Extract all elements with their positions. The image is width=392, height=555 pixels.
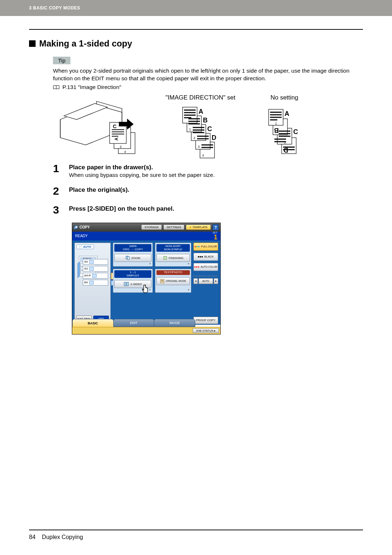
svg-text:D: D — [212, 134, 216, 141]
svg-rect-75 — [127, 257, 130, 260]
duplex-icon — [124, 282, 129, 286]
panel-tabs: BASIC EDIT IMAGE — [72, 319, 195, 327]
auto-color-button[interactable]: AUTO COLOR — [193, 263, 218, 271]
job-status-button[interactable]: JOB STATUS ▸ — [193, 328, 219, 333]
chevron-right-icon: ▸ — [150, 288, 151, 291]
svg-text:B: B — [203, 117, 208, 124]
label-no-setting: No setting — [270, 94, 298, 101]
svg-rect-67 — [75, 226, 78, 228]
zoom-2sided-column: 100%ORG. → COPY ZOOM ▸ 1→1SIMPLEX 2 — [113, 243, 153, 324]
black-icon — [198, 256, 203, 258]
page-number: 84 — [29, 534, 36, 540]
chevron-right-icon: ▸ — [188, 262, 189, 265]
paper-icon — [89, 281, 94, 284]
step-number: 2 — [53, 185, 63, 197]
zoom-icon — [126, 256, 130, 260]
status-bar: READY SET 1 — [72, 232, 220, 240]
svg-text:4: 4 — [124, 150, 126, 154]
chapter-header: 3 BASIC COPY MODES — [0, 0, 392, 16]
tip-ref-text: P.131 "Image Direction" — [62, 84, 121, 90]
original-mode-icon — [160, 279, 164, 283]
footer-rule — [29, 530, 363, 530]
drawer-b4[interactable]: B4 — [83, 280, 108, 285]
paper-icon — [89, 267, 94, 271]
tab-basic[interactable]: BASIC — [72, 319, 114, 328]
book-icon — [53, 85, 60, 89]
tip-body: When you copy 2-sided portrait originals… — [53, 67, 363, 82]
svg-text:A: A — [114, 137, 119, 141]
tab-edit[interactable]: EDIT — [113, 319, 155, 327]
image-direction-diagram: C A 4 2 "IMAGE DIRECTION" set — [53, 94, 363, 162]
step-number: 3 — [53, 204, 63, 216]
page-footer: 84 Duplex Copying — [29, 530, 363, 540]
svg-text:1: 1 — [275, 122, 277, 125]
settings-button[interactable]: SETTINGS — [163, 224, 184, 230]
top-rule — [29, 29, 363, 30]
panel-title: COPY — [79, 225, 90, 229]
svg-text:C: C — [293, 128, 298, 135]
storage-button[interactable]: STORAGE — [141, 224, 162, 230]
label-image-direction-set: "IMAGE DIRECTION" set — [166, 94, 235, 101]
step-3-title: Press [2-SIDED] on the touch panel. — [69, 205, 174, 212]
step-3: 3 Press [2-SIDED] on the touch panel. — [53, 204, 363, 216]
set-counter: SET 1 — [212, 231, 217, 240]
svg-marker-73 — [78, 262, 80, 278]
panel-title-bar: COPY STORAGE SETTINGS ★TEMPLATE ? — [72, 223, 220, 232]
zoom-button[interactable]: ZOOM — [114, 254, 151, 262]
proof-copy-button[interactable]: PROOF COPY — [193, 317, 218, 324]
density-slider: ◂ AUTO ▸ — [193, 275, 218, 284]
step-1-title: Place paper in the drawer(s). — [69, 164, 215, 171]
svg-text:3: 3 — [198, 145, 200, 149]
square-bullet-icon — [29, 40, 36, 47]
hand-cursor-icon — [142, 284, 150, 294]
svg-rect-77 — [127, 282, 128, 286]
paper-icon — [92, 274, 97, 278]
svg-text:4: 4 — [202, 154, 204, 157]
black-button[interactable]: BLACK — [193, 253, 218, 261]
svg-text:1: 1 — [189, 127, 191, 131]
slider-track — [193, 275, 218, 277]
drawer-a4r[interactable]: A4-R — [83, 273, 108, 279]
section-title-text: Making a 1-sided copy — [39, 39, 132, 49]
color-mode-column: FULL COLOR BLACK AUTO COLOR — [193, 243, 218, 324]
auto-paper-icon: 📄 — [79, 245, 82, 248]
svg-rect-78 — [164, 256, 167, 259]
density-auto-button[interactable]: AUTO — [199, 278, 213, 284]
drawer-a4[interactable]: A4 — [83, 259, 108, 265]
original-mode-button[interactable]: ORIGINAL MODE — [156, 277, 189, 285]
help-button[interactable]: ? — [212, 224, 219, 231]
finishing-icon — [163, 256, 167, 260]
touch-panel-screenshot: COPY STORAGE SETTINGS ★TEMPLATE ? READY … — [72, 223, 221, 335]
paper-source-area: 📄 AUTO BYPASSFEED ▸ — [74, 243, 111, 324]
footer-title: Duplex Copying — [42, 534, 83, 540]
full-color-icon — [195, 246, 200, 247]
ready-status: READY — [75, 234, 87, 238]
original-mode-box: TEXT/PHOTO ORIGINAL MODE ▸ — [155, 269, 191, 293]
step-number: 1 — [53, 162, 63, 175]
procedure-steps: 1 Place paper in the drawer(s). When usi… — [53, 162, 363, 216]
stack-image-direction-set: "IMAGE DIRECTION" set A B C D — [166, 94, 235, 162]
svg-text:C: C — [113, 123, 117, 129]
full-color-button[interactable]: FULL COLOR — [193, 243, 218, 251]
svg-text:A: A — [199, 108, 203, 115]
auto-paper-indicator[interactable]: 📄 AUTO — [76, 244, 94, 249]
drawer-a3[interactable]: A3 — [83, 266, 108, 272]
density-lighter-button[interactable]: ◂ — [193, 278, 198, 284]
stack-no-setting: No setting A C B D 1 3 — [264, 94, 304, 159]
tip-block: Tip When you copy 2-sided portrait origi… — [53, 57, 363, 90]
copy-icon — [74, 225, 78, 230]
svg-text:A: A — [285, 110, 289, 117]
density-darker-button[interactable]: ▸ — [214, 278, 218, 284]
tab-image[interactable]: IMAGE — [154, 319, 195, 327]
step-1: 1 Place paper in the drawer(s). When usi… — [53, 162, 363, 178]
tip-label: Tip — [53, 57, 70, 64]
svg-text:C: C — [207, 125, 212, 133]
auto-color-icon — [194, 266, 199, 268]
two-sided-box: 1→1SIMPLEX 2-SIDED ▸ — [113, 269, 153, 293]
chapter-title: 3 BASIC COPY MODES — [29, 5, 80, 11]
svg-text:2: 2 — [193, 136, 195, 140]
step-2-title: Place the original(s). — [69, 186, 129, 194]
template-button[interactable]: ★TEMPLATE — [186, 224, 211, 230]
finishing-button[interactable]: FINISHING — [156, 254, 189, 262]
chevron-right-icon: ▸ — [188, 288, 189, 291]
